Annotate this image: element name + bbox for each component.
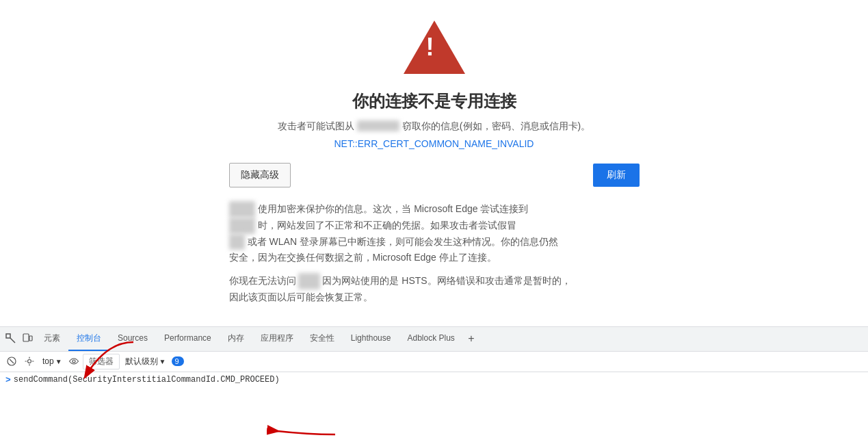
blurred-url-2 [229,201,256,218]
tab-console[interactable]: 控制台 [68,326,109,351]
detail-text-5: 你现在无法访问 [229,275,299,286]
console-command-text[interactable]: sendCommand(SecurityInterstitialCommandI… [14,375,863,385]
console-area: > sendCommand(SecurityInterstitialComman… [0,372,868,388]
error-desc-text-2: 窃取你的信息(例如，密码、消息或信用卡)。 [402,120,590,131]
tab-adblock[interactable]: Adblock Plus [399,326,462,351]
svg-rect-3 [29,336,32,341]
top-label: top [42,356,54,366]
devtools-tabs-bar: 元素 控制台 Sources Performance 内存 应用程序 安全性 L… [0,327,868,352]
tab-application[interactable]: 应用程序 [252,326,302,351]
svg-rect-2 [23,334,29,341]
detail-text-3: 或者 WLAN 登录屏幕已中断连接，则可能会发生这种情况。你的信息仍然 [248,236,558,247]
browser-content: 你的连接不是专用连接 攻击者可能试图从 窃取你的信息(例如，密码、消息或信用卡)… [0,0,868,326]
error-detail: 使用加密来保护你的信息。这次，当 Microsoft Edge 尝试连接到 时，… [229,201,640,313]
error-code: NET::ERR_CERT_COMMON_NAME_INVALID [334,138,534,149]
tab-security[interactable]: 安全性 [302,326,343,351]
eye-icon[interactable] [68,355,80,367]
svg-point-6 [28,360,31,363]
tab-sources[interactable]: Sources [109,326,156,351]
devtools-toolbar: top ▼ 筛选器 默认级别 ▼ 9 [0,352,868,372]
arrow-2 [267,414,349,442]
blurred-url-3 [229,218,256,234]
chevron-down-icon: ▼ [55,358,62,365]
error-description: 攻击者可能试图从 窃取你的信息(例如，密码、消息或信用卡)。 [278,120,590,133]
level-label: 默认级别 [125,356,158,367]
tab-lighthouse[interactable]: Lighthouse [343,326,399,351]
blurred-url-1 [357,120,399,131]
hide-advanced-button[interactable]: 隐藏高级 [229,163,291,187]
detail-paragraph-2: 你现在无法访问 因为网站使用的是 HSTS。网络错误和攻击通常是暂时的， 因此该… [229,273,640,306]
add-tab-button[interactable]: + [463,330,479,347]
detail-text-1: 使用加密来保护你的信息。这次，当 Microsoft Edge 尝试连接到 [258,203,528,214]
devtools-device-icon[interactable] [21,332,34,346]
detail-text-2: 时，网站发回了不正常和不正确的凭据。如果攻击者尝试假冒 [258,220,516,231]
tab-elements[interactable]: 元素 [36,326,68,351]
svg-point-7 [73,360,75,363]
warning-triangle-icon [404,21,465,74]
log-level-selector[interactable]: 默认级别 ▼ [122,354,169,369]
filter-button[interactable]: 筛选器 [83,354,120,369]
blurred-url-4 [229,234,245,250]
error-title: 你的连接不是专用连接 [352,90,516,112]
devtools-panel: 元素 控制台 Sources Performance 内存 应用程序 安全性 L… [0,326,868,388]
tab-performance[interactable]: Performance [156,326,220,351]
blurred-url-5 [298,273,319,289]
console-prompt: > [5,375,11,385]
svg-rect-0 [6,334,10,338]
warning-icon [404,21,465,77]
tab-memory[interactable]: 内存 [220,326,252,351]
error-desc-text: 攻击者可能试图从 [278,120,354,131]
message-count-badge: 9 [172,356,184,366]
frame-context-selector[interactable]: top ▼ [40,355,65,367]
detail-text-7: 因此该页面以后可能会恢复正常。 [229,291,373,302]
chevron-down-icon-2: ▼ [159,358,166,365]
clear-console-button[interactable] [4,354,19,369]
detail-text-4: 安全，因为在交换任何数据之前，Microsoft Edge 停止了连接。 [229,252,497,263]
svg-line-5 [10,359,14,363]
settings-button[interactable] [22,354,37,369]
devtools-inspect-icon[interactable] [4,332,18,346]
refresh-button[interactable]: 刷新 [593,164,640,187]
button-row: 隐藏高级 刷新 [229,163,640,187]
detail-text-6: 因为网站使用的是 HSTS。网络错误和攻击通常是暂时的， [322,275,570,286]
detail-paragraph-1: 使用加密来保护你的信息。这次，当 Microsoft Edge 尝试连接到 时，… [229,201,640,266]
svg-line-1 [10,338,15,343]
